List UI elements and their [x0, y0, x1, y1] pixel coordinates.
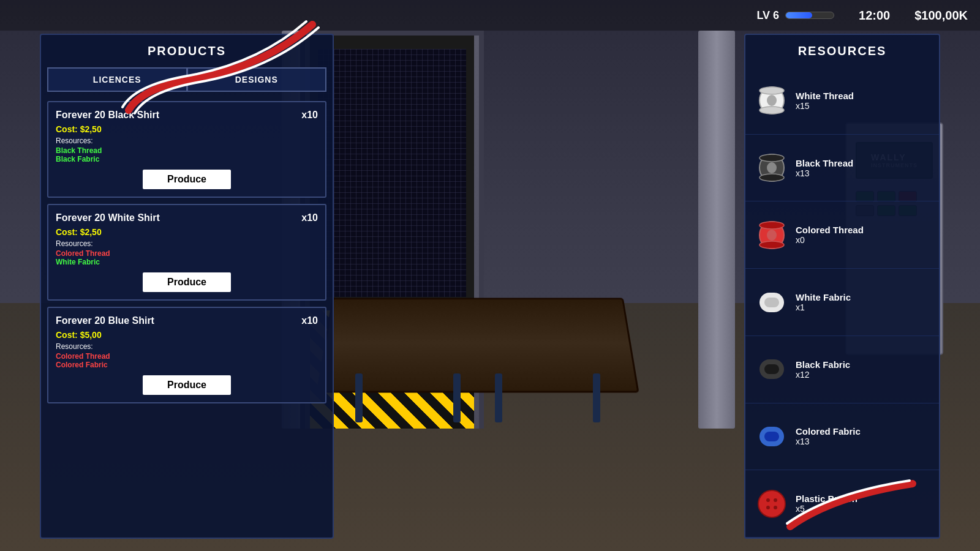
hud-level: LV 6 [756, 9, 834, 22]
resource-name-6: Plastic Button [796, 493, 930, 504]
resource-icon-button-plastic [755, 487, 788, 520]
product-header-2: Forever 20 Blue Shirtx10 [56, 315, 318, 326]
resources-panel: RESOURCES White Threadx15Black Threadx13… [744, 34, 940, 539]
conveyor-area [294, 184, 674, 441]
produce-button-0[interactable]: Produce [143, 170, 231, 189]
product-header-1: Forever 20 White Shirtx10 [56, 212, 318, 223]
resource-count-4: x12 [796, 370, 930, 380]
resource-row-2: Colored Threadx0 [745, 201, 939, 269]
resource-row-5: Colored Fabricx13 [745, 403, 939, 471]
hud-top-bar: LV 6 12:00 $100,00K [0, 0, 980, 31]
resource-row-6: Plastic Buttonx5 [745, 470, 939, 538]
product-cost-0: Cost: $2,50 [56, 124, 318, 134]
svg-point-11 [767, 230, 777, 241]
product-cost-1: Cost: $2,50 [56, 227, 318, 237]
product-card-2: Forever 20 Blue Shirtx10Cost: $5,00Resou… [47, 307, 326, 403]
resource-icon-thread-colored [755, 218, 788, 252]
svg-point-9 [760, 222, 784, 229]
produce-button-1[interactable]: Produce [143, 272, 231, 292]
svg-point-7 [767, 162, 777, 173]
product-name-0: Forever 20 Black Shirt [56, 110, 159, 121]
resource-info-0: White Threadx15 [796, 91, 930, 111]
resource-row-4: Black Fabricx12 [745, 336, 939, 403]
resource-count-5: x13 [796, 437, 930, 446]
svg-point-22 [774, 506, 777, 509]
svg-point-5 [760, 154, 784, 162]
resource-row-0: White Threadx15 [745, 67, 939, 135]
tabs-row: LICENCES DESIGNS [47, 67, 326, 92]
svg-point-2 [760, 107, 784, 114]
conveyor-leg [495, 373, 502, 422]
conveyor-leg [593, 373, 600, 422]
resource-count-0: x15 [796, 101, 930, 111]
resource-count-6: x5 [796, 504, 930, 514]
level-text: LV 6 [756, 9, 779, 22]
products-panel: PRODUCTS LICENCES DESIGNS Forever 20 Bla… [40, 34, 334, 539]
tab-designs[interactable]: DESIGNS [187, 67, 327, 92]
svg-rect-17 [764, 432, 779, 441]
xp-bar-background [785, 12, 834, 19]
svg-point-10 [760, 241, 784, 249]
product-resources-label-0: Resources: [56, 137, 318, 145]
resource-count-2: x0 [796, 235, 930, 245]
product-card-0: Forever 20 Black Shirtx10Cost: $2,50Reso… [47, 101, 326, 198]
product-name-1: Forever 20 White Shirt [56, 212, 160, 223]
resources-panel-title: RESOURCES [745, 35, 939, 67]
produce-button-2[interactable]: Produce [143, 375, 231, 395]
resource-icon-fabric-white [755, 285, 788, 319]
product-qty-2: x10 [301, 315, 318, 326]
svg-rect-13 [764, 298, 779, 307]
resource-icon-fabric-colored [755, 419, 788, 453]
conveyor-leg [355, 373, 363, 422]
products-panel-title: PRODUCTS [41, 35, 333, 67]
xp-bar-fill [786, 12, 812, 18]
resources-list: White Threadx15Black Threadx13Colored Th… [745, 67, 939, 538]
resource-count-1: x13 [796, 168, 930, 178]
product-header-0: Forever 20 Black Shirtx10 [56, 110, 318, 121]
svg-point-18 [758, 490, 785, 517]
resource-row-3: White Fabricx1 [745, 269, 939, 336]
product-resource-1-0: Colored Thread [56, 249, 318, 258]
products-list: Forever 20 Black Shirtx10Cost: $2,50Reso… [41, 98, 333, 538]
resource-name-4: Black Fabric [796, 359, 930, 370]
product-resource-2-0: Colored Thread [56, 352, 318, 361]
product-cost-2: Cost: $5,00 [56, 330, 318, 340]
tab-licences[interactable]: LICENCES [47, 67, 187, 92]
hud-money: $100,00K [914, 9, 968, 23]
resource-icon-thread-white [755, 84, 788, 118]
resource-name-5: Colored Fabric [796, 426, 930, 437]
product-resources-label-1: Resources: [56, 239, 318, 248]
resource-row-1: Black Threadx13 [745, 135, 939, 202]
resource-info-6: Plastic Buttonx5 [796, 493, 930, 514]
product-card-1: Forever 20 White Shirtx10Cost: $2,50Reso… [47, 204, 326, 301]
product-resources-label-2: Resources: [56, 342, 318, 351]
conveyor-legs [343, 386, 612, 422]
product-qty-1: x10 [301, 212, 318, 223]
hud-time: 12:00 [859, 9, 890, 23]
svg-point-21 [766, 506, 770, 509]
svg-point-1 [760, 87, 784, 94]
resource-info-4: Black Fabricx12 [796, 359, 930, 380]
conveyor-belt [316, 298, 639, 393]
resource-icon-fabric-black [755, 353, 788, 386]
resource-name-2: Colored Thread [796, 225, 930, 235]
svg-rect-15 [764, 364, 779, 374]
product-resource-0-1: Black Fabric [56, 155, 318, 163]
resource-info-5: Colored Fabricx13 [796, 426, 930, 446]
resource-icon-thread-black [755, 151, 788, 185]
resource-name-0: White Thread [796, 91, 930, 101]
column-right [698, 31, 735, 429]
resource-info-3: White Fabricx1 [796, 292, 930, 312]
product-qty-0: x10 [301, 110, 318, 121]
svg-point-20 [774, 498, 777, 502]
resource-info-1: Black Threadx13 [796, 158, 930, 178]
resource-name-1: Black Thread [796, 158, 930, 168]
conveyor-leg [453, 373, 461, 422]
product-resource-2-1: Colored Fabric [56, 361, 318, 369]
svg-point-3 [767, 95, 777, 106]
product-resource-0-0: Black Thread [56, 146, 318, 155]
resource-info-2: Colored Threadx0 [796, 225, 930, 245]
resource-name-3: White Fabric [796, 292, 930, 302]
resource-count-3: x1 [796, 302, 930, 312]
svg-point-6 [760, 174, 784, 181]
